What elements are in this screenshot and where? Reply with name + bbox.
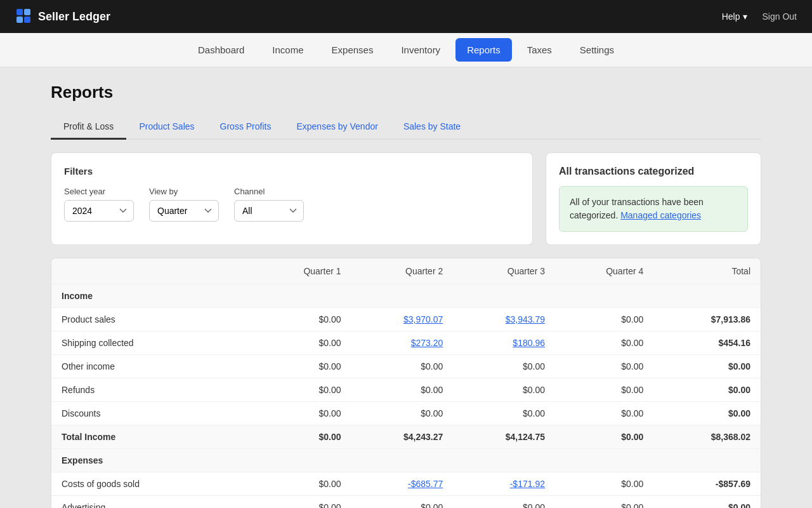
row-q4: $0.00 (555, 308, 653, 331)
nav-inventory[interactable]: Inventory (387, 33, 454, 67)
top-navigation: Seller Ledger Help ▾ Sign Out (0, 0, 812, 33)
view-by-filter-group: View by Month Quarter Year (149, 187, 219, 222)
svg-rect-2 (16, 17, 23, 23)
col-q1: Quarter 1 (252, 258, 351, 284)
year-select[interactable]: 2022 2023 2024 (64, 200, 134, 222)
row-q3[interactable]: $180.96 (513, 338, 545, 348)
expenses-label: Expenses (51, 449, 252, 472)
app-name: Seller Ledger (38, 10, 110, 23)
svg-rect-3 (24, 17, 30, 23)
income-label: Income (51, 284, 252, 308)
total-income-row: Total Income $0.00 $4,243.27 $4,124.75 $… (51, 425, 761, 449)
row-q4: $0.00 (555, 331, 653, 355)
col-q4: Quarter 4 (555, 258, 653, 284)
filters-row: Select year 2022 2023 2024 View by Month… (64, 187, 520, 222)
col-total: Total (653, 258, 761, 284)
chevron-down-icon: ▾ (743, 11, 747, 22)
info-card: All transactions categorized All of your… (546, 152, 761, 245)
col-label (51, 258, 252, 284)
row-q2[interactable]: $273.20 (411, 338, 443, 348)
table-row: Product sales $0.00 $3,970.07 $3,943.79 … (51, 308, 761, 331)
col-q2: Quarter 2 (351, 258, 454, 284)
row-label: Refunds (51, 378, 252, 402)
total-income-label: Total Income (51, 425, 252, 449)
table-row: Discounts $0.00 $0.00 $0.00 $0.00 $0.00 (51, 402, 761, 425)
row-label: Advertising (51, 496, 252, 509)
profit-loss-table: Quarter 1 Quarter 2 Quarter 3 Quarter 4 … (51, 258, 761, 508)
page-title: Reports (51, 83, 761, 102)
svg-rect-0 (16, 9, 23, 15)
row-label: Discounts (51, 402, 252, 425)
row-total: $7,913.86 (653, 308, 761, 331)
info-title: All transactions categorized (559, 166, 748, 177)
row-q3[interactable]: $3,943.79 (506, 314, 545, 324)
channel-label: Channel (234, 187, 304, 196)
nav-reports[interactable]: Reports (455, 38, 512, 62)
page-content: Reports Profit & Loss Product Sales Gros… (25, 67, 787, 508)
top-nav-right: Help ▾ Sign Out (722, 11, 797, 22)
filters-title: Filters (64, 166, 520, 177)
row-q1: $0.00 (252, 308, 351, 331)
row-q1: $0.00 (252, 331, 351, 355)
report-table: Quarter 1 Quarter 2 Quarter 3 Quarter 4 … (51, 258, 761, 508)
col-q3: Quarter 3 (453, 258, 555, 284)
filters-info-row: Filters Select year 2022 2023 2024 View … (51, 152, 761, 245)
tab-profit-loss[interactable]: Profit & Loss (51, 115, 126, 140)
managed-categories-link[interactable]: Managed categories (620, 210, 701, 220)
help-button[interactable]: Help ▾ (722, 11, 747, 22)
tab-sales-by-state[interactable]: Sales by State (391, 115, 473, 140)
row-label: Shipping collected (51, 331, 252, 355)
nav-settings[interactable]: Settings (566, 33, 628, 67)
channel-select[interactable]: All Amazon eBay Etsy Shopify (234, 200, 304, 222)
nav-taxes[interactable]: Taxes (513, 33, 566, 67)
tab-gross-profits[interactable]: Gross Profits (207, 115, 284, 140)
row-q3[interactable]: -$171.92 (510, 479, 545, 489)
view-by-label: View by (149, 187, 219, 196)
logo-area: Seller Ledger (15, 8, 110, 25)
expenses-section-header: Expenses (51, 449, 761, 472)
year-filter-group: Select year 2022 2023 2024 (64, 187, 134, 222)
sign-out-link[interactable]: Sign Out (763, 11, 797, 22)
nav-dashboard[interactable]: Dashboard (184, 33, 258, 67)
svg-rect-1 (24, 9, 30, 15)
logo-icon (15, 8, 33, 25)
nav-expenses[interactable]: Expenses (318, 33, 388, 67)
info-message: All of your transactions have been categ… (559, 186, 748, 232)
table-row: Shipping collected $0.00 $273.20 $180.96… (51, 331, 761, 355)
table-row: Costs of goods sold $0.00 -$685.77 -$171… (51, 472, 761, 496)
table-row: Advertising $0.00 $0.00 $0.00 $0.00 $0.0… (51, 496, 761, 509)
row-q2[interactable]: -$685.77 (408, 479, 443, 489)
channel-filter-group: Channel All Amazon eBay Etsy Shopify (234, 187, 304, 222)
income-section-header: Income (51, 284, 761, 308)
year-label: Select year (64, 187, 134, 196)
nav-income[interactable]: Income (258, 33, 317, 67)
report-tabs: Profit & Loss Product Sales Gross Profit… (51, 115, 761, 140)
view-by-select[interactable]: Month Quarter Year (149, 200, 219, 222)
row-q2[interactable]: $3,970.07 (403, 314, 443, 324)
filters-card: Filters Select year 2022 2023 2024 View … (51, 152, 533, 245)
tab-product-sales[interactable]: Product Sales (126, 115, 207, 140)
main-navigation: Dashboard Income Expenses Inventory Repo… (0, 33, 812, 67)
row-label: Other income (51, 355, 252, 378)
row-total: $454.16 (653, 331, 761, 355)
row-label: Costs of goods sold (51, 472, 252, 496)
table-row: Refunds $0.00 $0.00 $0.00 $0.00 $0.00 (51, 378, 761, 402)
tab-expenses-by-vendor[interactable]: Expenses by Vendor (284, 115, 390, 140)
row-label: Product sales (51, 308, 252, 331)
table-row: Other income $0.00 $0.00 $0.00 $0.00 $0.… (51, 355, 761, 378)
table-header-row: Quarter 1 Quarter 2 Quarter 3 Quarter 4 … (51, 258, 761, 284)
